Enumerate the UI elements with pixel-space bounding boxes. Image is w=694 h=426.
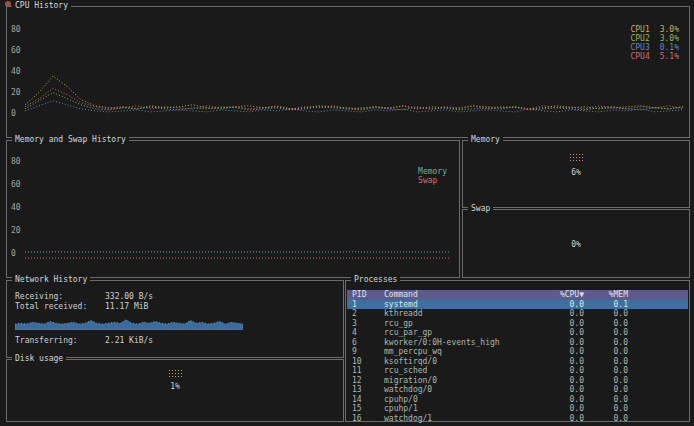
cpu-cell: 0.0 xyxy=(538,395,584,405)
pid: 13 xyxy=(352,385,380,395)
mem-cell: 0.0 xyxy=(588,347,628,357)
table-row[interactable]: 1systemd0.00.1 xyxy=(347,300,688,310)
cpu-cell: 0.0 xyxy=(538,328,584,338)
panel-title: CPU History xyxy=(12,1,71,10)
command-cell: watchdog/1 xyxy=(384,414,534,424)
cpu-cell: 0.0 xyxy=(538,300,584,310)
header-mem[interactable]: %MEM xyxy=(588,290,628,300)
y-axis-tick: 20 xyxy=(11,88,21,97)
receiving-value: 332.00 B/s xyxy=(105,292,153,301)
table-row[interactable]: 3rcu_gp0.00.0 xyxy=(347,319,688,329)
mem-cell: 0.0 xyxy=(588,357,628,367)
mem-cell: 0.0 xyxy=(588,414,628,424)
y-axis-tick: 20 xyxy=(11,226,21,235)
cpu-cell: 0.0 xyxy=(538,309,584,319)
cpu-cell: 0.0 xyxy=(538,338,584,348)
legend-value: 5.1% xyxy=(660,52,679,61)
legend-value: 0.1% xyxy=(660,43,679,52)
table-row[interactable]: 10ksoftirqd/00.00.0 xyxy=(347,357,688,367)
mem-cell: 0.0 xyxy=(588,319,628,329)
header-command[interactable]: Command xyxy=(384,290,534,300)
table-row[interactable]: 2kthreadd0.00.0 xyxy=(347,309,688,319)
mem-cell: 0.1 xyxy=(588,300,628,310)
disk-usage-value: 1% xyxy=(7,382,343,391)
mem-cell: 0.0 xyxy=(588,385,628,395)
command-cell: ksoftirqd/0 xyxy=(384,357,534,367)
network-history-panel: Network History Receiving:332.00 B/s Tot… xyxy=(6,280,344,358)
total-received-label: Total received: xyxy=(15,302,105,311)
cpu-history-chart xyxy=(25,25,683,115)
cpu-cell: 0.0 xyxy=(538,366,584,376)
disk-usage-panel: Disk usage 1% xyxy=(6,359,344,422)
process-table: PID Command %CPU▼ %MEM 1systemd0.00.12kt… xyxy=(347,290,688,423)
cpu-cell: 0.0 xyxy=(538,404,584,414)
table-row[interactable]: 15cpuhp/10.00.0 xyxy=(347,404,688,414)
memory-swap-legend: Memory Swap xyxy=(418,167,447,185)
y-axis-tick: 40 xyxy=(11,203,21,212)
legend-value: 3.0% xyxy=(660,25,679,34)
memory-swap-chart xyxy=(25,157,451,259)
legend-label: Swap xyxy=(418,176,447,185)
processes-panel: Processes PID Command %CPU▼ %MEM 1system… xyxy=(345,280,690,422)
swap-usage-value: 0% xyxy=(463,240,689,249)
command-cell: watchdog/0 xyxy=(384,385,534,395)
table-row[interactable]: 4rcu_par_gp0.00.0 xyxy=(347,328,688,338)
table-row[interactable]: 6kworker/0:0H-events_high0.00.0 xyxy=(347,338,688,348)
pid: 15 xyxy=(352,404,380,414)
cpu-cell: 0.0 xyxy=(538,347,584,357)
table-row[interactable]: 16watchdog/10.00.0 xyxy=(347,414,688,424)
network-sparkline-chart xyxy=(15,313,243,330)
cpu-cell: 0.0 xyxy=(538,414,584,424)
mem-cell: 0.0 xyxy=(588,328,628,338)
swap-gauge-panel: Swap 0% xyxy=(462,209,690,278)
panel-title: Processes xyxy=(351,275,400,284)
command-cell: cpuhp/0 xyxy=(384,395,534,405)
pid: 14 xyxy=(352,395,380,405)
pid: 11 xyxy=(352,366,380,376)
table-row[interactable]: 14cpuhp/00.00.0 xyxy=(347,395,688,405)
cpu-legend: CPU13.0% CPU23.0% CPU30.1% CPU45.1% xyxy=(630,25,679,61)
y-axis-tick: 80 xyxy=(11,157,21,166)
command-cell: rcu_gp xyxy=(384,319,534,329)
panel-title: Disk usage xyxy=(12,354,66,363)
legend-label: CPU2 xyxy=(630,34,649,43)
panel-title: Network History xyxy=(12,275,90,284)
panel-title: Swap xyxy=(468,204,493,213)
legend-value: 3.0% xyxy=(660,34,679,43)
command-cell: systemd xyxy=(384,300,534,310)
legend-label: Memory xyxy=(418,167,447,176)
y-axis-tick: 60 xyxy=(11,46,21,55)
header-cpu-sort[interactable]: %CPU▼ xyxy=(538,290,584,300)
receiving-label: Receiving: xyxy=(15,292,105,301)
command-cell: cpuhp/1 xyxy=(384,404,534,414)
memory-gauge-panel: Memory 6% xyxy=(462,140,690,208)
table-row[interactable]: 11rcu_sched0.00.0 xyxy=(347,366,688,376)
total-received-value: 11.17 MiB xyxy=(105,302,148,311)
y-axis-tick: 40 xyxy=(11,67,21,76)
memory-gauge-icon xyxy=(569,153,584,162)
transferring-value: 2.21 KiB/s xyxy=(105,336,153,345)
pid: 1 xyxy=(352,300,380,310)
cpu-history-panel: CPU History 80 60 40 20 0 CPU13.0% CPU23… xyxy=(6,6,690,138)
y-axis-tick: 80 xyxy=(11,25,21,34)
transferring-label: Transferring: xyxy=(15,336,105,345)
process-table-header: PID Command %CPU▼ %MEM xyxy=(347,290,688,300)
pid: 6 xyxy=(352,338,380,348)
mem-cell: 0.0 xyxy=(588,366,628,376)
header-pid[interactable]: PID xyxy=(352,290,380,300)
table-row[interactable]: 13watchdog/00.00.0 xyxy=(347,385,688,395)
mem-cell: 0.0 xyxy=(588,309,628,319)
mem-cell: 0.0 xyxy=(588,395,628,405)
legend-label: CPU3 xyxy=(630,43,649,52)
cpu-cell: 0.0 xyxy=(538,319,584,329)
table-row[interactable]: 9mm_percpu_wq0.00.0 xyxy=(347,347,688,357)
table-row[interactable]: 12migration/00.00.0 xyxy=(347,376,688,386)
cpu-cell: 0.0 xyxy=(538,385,584,395)
command-cell: rcu_par_gp xyxy=(384,328,534,338)
legend-label: CPU4 xyxy=(630,52,649,61)
cpu-cell: 0.0 xyxy=(538,376,584,386)
y-axis-tick: 0 xyxy=(11,109,16,118)
pid: 2 xyxy=(352,309,380,319)
pid: 3 xyxy=(352,319,380,329)
pid: 16 xyxy=(352,414,380,424)
